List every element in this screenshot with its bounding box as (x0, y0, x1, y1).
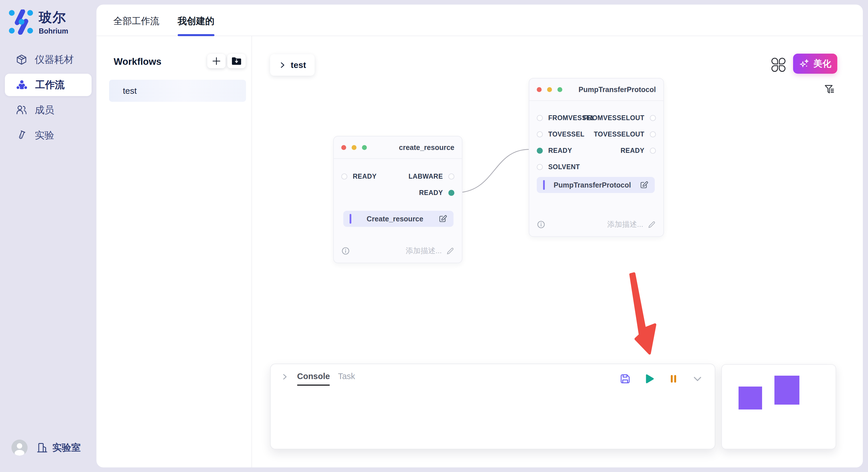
brand-title: 玻尔 (39, 9, 68, 26)
plus-icon (212, 56, 221, 66)
node-title: PumpTransferProtocol (579, 86, 656, 94)
info-icon[interactable] (537, 220, 546, 229)
workflow-list-item-test[interactable]: test (109, 80, 246, 102)
port-row: LABWARE (408, 168, 454, 185)
sidebar-item-experiments[interactable]: 实验 (5, 124, 92, 146)
dot-red-icon[interactable] (537, 87, 541, 92)
save-icon[interactable] (619, 373, 631, 384)
traffic-dots (537, 87, 562, 92)
workflow-canvas[interactable]: test 美化 (252, 36, 863, 467)
team-icon (16, 80, 28, 90)
node-title: create_resource (399, 143, 454, 152)
input-port-ready[interactable] (341, 173, 347, 179)
members-icon (16, 105, 27, 115)
tab-all-workflows[interactable]: 全部工作流 (113, 15, 159, 36)
pill-accent-bar (543, 180, 545, 190)
node-create-resource[interactable]: create_resource READY LABWARE READY (333, 136, 462, 263)
sidebar-item-label: 仪器耗材 (35, 53, 74, 66)
sidebar-item-instruments[interactable]: 仪器耗材 (5, 48, 92, 71)
minimap-node-pump-transfer (774, 376, 799, 405)
input-port-fromvessel[interactable] (537, 115, 543, 121)
port-label: TOVESSELOUT (594, 131, 644, 138)
pencil-icon[interactable] (446, 247, 454, 255)
import-workflow-button[interactable] (227, 54, 246, 68)
info-icon[interactable] (341, 247, 350, 255)
node-footer: 添加描述... (341, 246, 454, 256)
description-placeholder[interactable]: 添加描述... (406, 246, 442, 256)
breadcrumb[interactable]: test (270, 54, 315, 76)
console-panel: Console Task (270, 364, 715, 449)
red-annotation-arrow (631, 274, 655, 353)
output-port-tovesselout[interactable] (650, 131, 656, 137)
beautify-button[interactable]: 美化 (793, 54, 837, 74)
node-action-pill[interactable]: PumpTransferProtocol (537, 177, 655, 193)
tab-my-created[interactable]: 我创建的 (178, 15, 214, 36)
output-port-ready[interactable] (650, 148, 656, 154)
building-icon (36, 442, 48, 453)
pill-label: PumpTransferProtocol (548, 181, 637, 189)
node-action-pill[interactable]: Create_resource (343, 211, 454, 227)
filter-button[interactable] (823, 82, 836, 96)
apps-clover-button[interactable] (770, 57, 786, 73)
dot-yellow-icon[interactable] (352, 145, 356, 150)
port-row: SOLVENT (537, 159, 595, 175)
dot-green-icon[interactable] (557, 87, 562, 92)
edit-icon[interactable] (439, 214, 447, 223)
bohrium-workflow-app: { "brand": { "title": "玻尔", "subtitle": … (0, 0, 868, 472)
output-port-ready-connected[interactable] (448, 190, 454, 196)
input-port-ready-connected[interactable] (537, 148, 543, 154)
dot-green-icon[interactable] (362, 145, 367, 150)
tab-task[interactable]: Task (338, 372, 355, 386)
dot-red-icon[interactable] (341, 145, 346, 150)
node-pump-transfer-protocol[interactable]: PumpTransferProtocol FROMVESSEL TOVESSEL… (529, 78, 664, 237)
port-row: TOVESSELOUT (583, 126, 656, 142)
input-port-tovessel[interactable] (537, 131, 543, 137)
port-row: READY (341, 168, 377, 185)
clover-icon (771, 57, 786, 72)
description-placeholder[interactable]: 添加描述... (607, 220, 643, 229)
sidebar-item-members[interactable]: 成员 (5, 99, 92, 121)
bohrium-logo-icon (8, 9, 34, 35)
brand-logo: 玻尔 Bohrium (8, 9, 68, 35)
sidebar-item-workflows[interactable]: 工作流 (5, 74, 92, 96)
workspace-switcher[interactable]: 实验室 (36, 441, 81, 454)
sparkles-icon (799, 58, 810, 69)
workflows-panel-title: Workflows (114, 56, 161, 67)
chevron-down-icon[interactable] (692, 373, 703, 384)
brand-subtitle: Bohrium (39, 27, 68, 35)
input-port-solvent[interactable] (537, 164, 543, 170)
node-header: create_resource (334, 136, 462, 159)
pause-icon[interactable] (668, 373, 679, 384)
user-avatar[interactable] (11, 440, 28, 456)
port-label: READY (621, 147, 644, 155)
folder-download-icon (231, 57, 242, 66)
port-row: READY (408, 185, 454, 201)
port-label: FROMVESSELOUT (583, 114, 644, 122)
port-label: SOLVENT (548, 163, 580, 171)
sidebar-footer: 实验室 (11, 440, 81, 456)
port-row: FROMVESSELOUT (583, 110, 656, 126)
port-label: READY (548, 147, 572, 155)
edit-icon[interactable] (640, 181, 648, 189)
run-play-icon[interactable] (644, 373, 655, 384)
tab-console[interactable]: Console (297, 372, 330, 386)
collapse-chevron-right-icon[interactable] (280, 372, 289, 381)
output-port-labware[interactable] (448, 173, 454, 179)
sidebar-menu: 仪器耗材 工作流 成员 (0, 48, 96, 146)
traffic-dots (341, 145, 367, 150)
port-row: READY (583, 142, 656, 159)
beautify-label: 美化 (813, 58, 831, 70)
output-port-fromvesselout[interactable] (650, 115, 656, 121)
filter-funnel-icon (824, 83, 836, 96)
edge-ready-to-ready (455, 149, 529, 193)
pencil-icon[interactable] (648, 221, 656, 229)
minimap[interactable] (721, 364, 836, 449)
dot-yellow-icon[interactable] (547, 87, 552, 92)
pill-label: Create_resource (354, 215, 436, 223)
node-header: PumpTransferProtocol (529, 78, 663, 101)
add-workflow-button[interactable] (207, 54, 226, 68)
console-header: Console Task (271, 364, 715, 386)
main-content-card: 全部工作流 我创建的 Workflows test (96, 5, 863, 467)
node-footer: 添加描述... (537, 220, 656, 229)
breadcrumb-label: test (291, 60, 306, 70)
